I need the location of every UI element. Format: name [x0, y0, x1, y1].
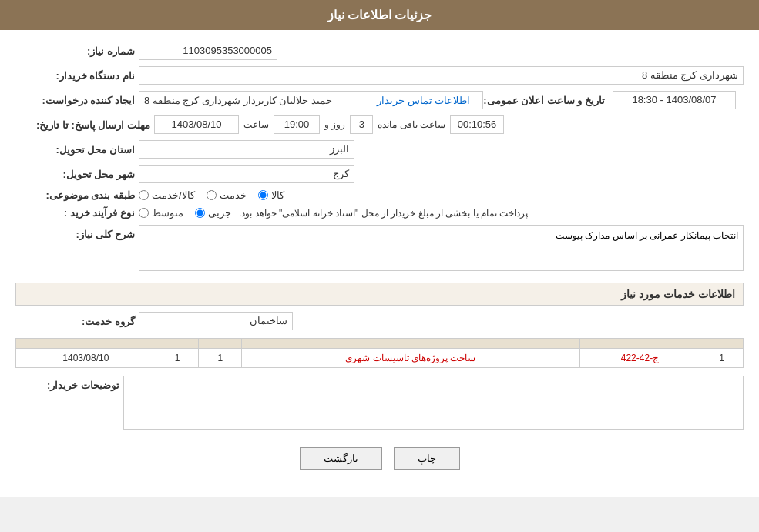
col-tarikh: [16, 339, 156, 349]
ettelaat-link[interactable]: اطلاعات تماس خریدار: [377, 95, 470, 106]
grohe-label: گروه خدمت:: [15, 316, 139, 327]
radio-kala-label: کالا: [271, 189, 284, 201]
tarikh-elan-label: تاریخ و ساعت اعلان عمومی:: [483, 95, 609, 106]
sharh-koli-label: شرح کلی نیاز:: [15, 225, 139, 240]
content-area: شماره نیاز: 1103095353000005 نام دستگاه …: [0, 30, 759, 497]
noe-farayand-label: نوع فرآیند خرید :: [15, 207, 139, 219]
button-row: چاپ بازگشت: [15, 447, 744, 485]
services-table: 1ج-42-422ساخت پروژه‌های تاسیسات شهری1114…: [15, 338, 744, 368]
page-header: جزئیات اطلاعات نیاز: [0, 0, 759, 30]
grohe-value: ساختمان: [139, 312, 293, 330]
ostan-label: استان محل تحویل:: [15, 144, 139, 156]
services-section-title: اطلاعات خدمات مورد نیاز: [15, 283, 744, 306]
page-container: جزئیات اطلاعات نیاز شماره نیاز: 11030953…: [0, 0, 759, 497]
col-kod: [579, 339, 700, 349]
shomare-niaz-value: 1103095353000005: [139, 42, 277, 60]
rooz-value: 3: [350, 115, 373, 134]
table-row: 1ج-42-422ساخت پروژه‌های تاسیسات شهری1114…: [16, 349, 744, 368]
radio-motavaset-item: متوسط: [139, 207, 183, 219]
nam-dastgah-value: شهرداری کرج منطقه 8: [139, 66, 744, 85]
col-radif: [700, 339, 744, 349]
nam-dastgah-label: نام دستگاه خریدار:: [15, 70, 139, 82]
sharh-koli-container: [139, 225, 744, 273]
sharh-koli-input[interactable]: [139, 225, 744, 271]
grohe-row: گروه خدمت: ساختمان: [15, 312, 744, 330]
radio-kala[interactable]: [258, 190, 268, 200]
tarikh-elan-value: 1403/08/07 - 18:30: [613, 91, 736, 109]
col-nam: [242, 339, 579, 349]
radio-kala-item: کالا: [258, 189, 284, 201]
radio-jozyi-label: جزیی: [208, 207, 231, 219]
radio-kala-khedmat[interactable]: [139, 190, 149, 200]
col-vahed: [199, 339, 242, 349]
nam-dastgah-row: نام دستگاه خریدار: شهرداری کرج منطقه 8: [15, 66, 744, 85]
bazgasht-button[interactable]: بازگشت: [300, 447, 382, 470]
mohlat-saat: 19:00: [274, 115, 320, 134]
tozih-container: [123, 376, 744, 432]
shahr-label: شهر محل تحویل:: [15, 169, 139, 180]
tozih-label: توضیحات خریدار:: [15, 376, 123, 391]
radio-khedmat-label: خدمت: [220, 189, 247, 201]
page-title: جزئیات اطلاعات نیاز: [327, 8, 432, 22]
radio-jozyi[interactable]: [195, 208, 205, 218]
tabaghe-radio-group: کالا/خدمت خدمت کالا: [139, 189, 284, 201]
baqi-value: 00:10:56: [450, 115, 504, 134]
radio-jozyi-item: جزیی: [195, 207, 231, 219]
tabaghe-row: طبقه بندی موضوعی: کالا/خدمت خدمت کالا: [15, 189, 744, 201]
shomare-niaz-row: شماره نیاز: 1103095353000005: [15, 42, 744, 60]
chap-button[interactable]: چاپ: [394, 447, 460, 470]
noe-farayand-row: نوع فرآیند خرید : متوسط جزیی پرداخت تمام…: [15, 207, 744, 219]
shahr-row: شهر محل تحویل: کرج: [15, 165, 744, 183]
rooz-label: روز و: [324, 119, 345, 130]
services-table-container: 1ج-42-422ساخت پروژه‌های تاسیسات شهری1114…: [15, 338, 744, 368]
radio-kala-khedmat-item: کالا/خدمت: [139, 189, 195, 201]
shahr-value: کرج: [139, 165, 354, 183]
ijad-tarikh-row: ایجاد کننده درخواست: حمید جلالیان کاربرد…: [15, 91, 744, 109]
saat-label: ساعت: [243, 119, 269, 130]
ostan-value: البرز: [139, 140, 354, 159]
col-tedad: [156, 339, 199, 349]
purchase-note: پرداخت تمام یا بخشی از مبلغ خریدار از مح…: [239, 208, 528, 219]
ostan-row: استان محل تحویل: البرز: [15, 140, 744, 159]
farayand-radio-group: متوسط جزیی: [139, 207, 231, 219]
radio-khedmat[interactable]: [207, 190, 217, 200]
radio-kala-khedmat-label: کالا/خدمت: [152, 189, 195, 201]
radio-motavaset[interactable]: [139, 208, 149, 218]
radio-khedmat-item: خدمت: [207, 189, 247, 201]
tozih-input[interactable]: [123, 376, 744, 430]
tabaghe-label: طبقه بندی موضوعی:: [15, 189, 139, 201]
sharh-koli-row: شرح کلی نیاز:: [15, 225, 744, 273]
radio-motavaset-label: متوسط: [152, 207, 183, 219]
ijad-konande-label: ایجاد کننده درخواست:: [15, 95, 139, 106]
mohlat-row: مهلت ارسال پاسخ: تا تاریخ: 1403/08/10 سا…: [15, 115, 744, 134]
ijad-konande-value: حمید جلالیان کاربردار شهرداری کرج منطقه …: [144, 95, 332, 106]
shomare-niaz-label: شماره نیاز:: [15, 45, 139, 57]
mohlat-date: 1403/08/10: [154, 115, 239, 134]
tozih-row: توضیحات خریدار:: [15, 376, 744, 432]
baqi-label: ساعت باقی مانده: [378, 119, 445, 130]
mohlat-label: مهلت ارسال پاسخ: تا تاریخ:: [15, 119, 154, 131]
